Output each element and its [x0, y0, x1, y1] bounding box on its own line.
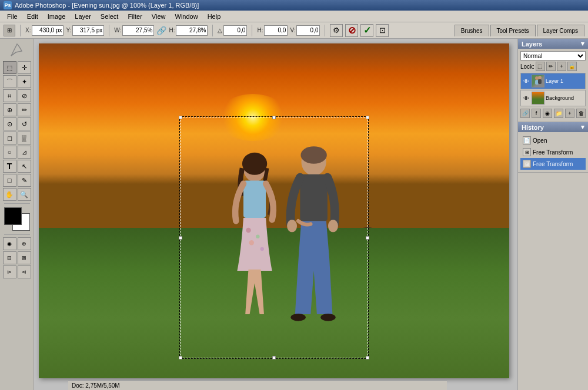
history-brush-btn[interactable]: ↺: [18, 117, 31, 130]
x-input[interactable]: [32, 25, 64, 36]
h-field-group: H:: [169, 25, 208, 36]
notes-btn[interactable]: ✎: [18, 174, 31, 187]
menu-view[interactable]: View: [147, 12, 171, 21]
status-text: Doc: 2,75M/5,50M: [72, 382, 120, 389]
brushes-tab[interactable]: Brushes: [455, 25, 489, 36]
gradient-btn[interactable]: ▒: [18, 132, 31, 144]
link-icon[interactable]: 🔗: [156, 26, 166, 35]
lasso-btn[interactable]: ⌒: [3, 75, 16, 88]
separator-4: [252, 25, 252, 36]
new-layer-btn[interactable]: +: [565, 109, 574, 118]
quick-mask-btn[interactable]: ⊛: [18, 237, 31, 250]
menu-image[interactable]: Image: [43, 12, 71, 21]
healing-brush-btn[interactable]: ⊕: [3, 103, 16, 116]
eraser-btn[interactable]: ◻: [3, 132, 16, 144]
new-group-btn[interactable]: 📁: [554, 109, 563, 118]
path-selection-btn[interactable]: ↖: [18, 160, 31, 173]
menu-file[interactable]: File: [2, 12, 22, 21]
type-btn[interactable]: T: [3, 160, 16, 173]
h-input[interactable]: [176, 25, 208, 36]
toolbar-sep-2: [4, 234, 30, 235]
layer-item-background[interactable]: 👁 Background: [520, 90, 586, 106]
lock-transparency-btn[interactable]: ⬚: [536, 62, 545, 71]
photo-canvas: [39, 43, 509, 378]
slice-btn[interactable]: ⊘: [18, 89, 31, 102]
h2-input[interactable]: [264, 25, 288, 36]
open-history-icon: 📄: [523, 136, 531, 144]
color-swatches[interactable]: [4, 207, 30, 231]
foreground-color-swatch[interactable]: [4, 207, 22, 225]
separator-3: [212, 25, 213, 36]
tool-row-7: ○ ⊿: [3, 146, 31, 159]
rectangular-marquee-btn[interactable]: ⬚: [3, 61, 16, 74]
svg-point-12: [290, 314, 305, 321]
layers-panel-header[interactable]: Layers ▾: [518, 39, 588, 49]
lock-position-btn[interactable]: +: [557, 62, 566, 71]
blend-mode-select[interactable]: Normal Dissolve Darken Multiply: [520, 51, 586, 60]
background-visibility[interactable]: 👁: [522, 94, 530, 102]
magic-wand-btn[interactable]: ✦: [18, 75, 31, 88]
title-bar: Ps Adobe Photoshop - [Evening sun.jpg @ …: [0, 0, 588, 11]
brush-btn[interactable]: ✏: [18, 103, 31, 116]
layer-item-1[interactable]: 👁 Layer 1: [520, 73, 586, 89]
v-label: V:: [290, 27, 295, 33]
h2-field-group: H:: [257, 25, 288, 36]
history-item-transform-1[interactable]: ⊞ Free Transform: [520, 146, 586, 158]
layer-comps-tab[interactable]: Layer Comps: [537, 25, 584, 36]
cancel-transform-btn[interactable]: ⊘: [345, 24, 358, 37]
extra-tool-1[interactable]: ⊳: [3, 265, 16, 278]
angle-input[interactable]: [223, 25, 247, 36]
menu-select[interactable]: Select: [96, 12, 123, 21]
link-layers-btn[interactable]: 🔗: [520, 109, 530, 118]
tool-row-3: ⌗ ⊘: [3, 89, 31, 102]
delete-layer-btn[interactable]: 🗑: [576, 109, 586, 118]
history-panel-header[interactable]: History ▾: [518, 122, 588, 132]
standard-mode-btn[interactable]: ◉: [3, 237, 16, 250]
tool-presets-tab[interactable]: Tool Presets: [490, 25, 536, 36]
add-style-btn[interactable]: f: [532, 109, 541, 118]
x-label: X:: [25, 27, 31, 33]
clone-stamp-btn[interactable]: ⊙: [3, 117, 16, 130]
pen-btn[interactable]: ⊿: [18, 146, 31, 159]
y-label: Y:: [66, 27, 71, 33]
hand-btn[interactable]: ✋: [3, 188, 16, 201]
layer-1-thumb: [532, 75, 544, 88]
tool-row-1: ⬚ ✛: [3, 61, 31, 74]
layer-1-visibility[interactable]: 👁: [522, 77, 530, 85]
svg-point-6: [260, 247, 264, 251]
menu-window[interactable]: Window: [171, 12, 203, 21]
shape-btn[interactable]: □: [3, 174, 16, 187]
history-item-open[interactable]: 📄 Open: [520, 135, 586, 146]
w-input[interactable]: [122, 25, 154, 36]
full-screen-btn[interactable]: ⊠: [18, 251, 31, 264]
add-mask-btn[interactable]: ◉: [543, 109, 552, 118]
dodge-btn[interactable]: ○: [3, 146, 16, 159]
transform-options-btn[interactable]: ⚙: [330, 24, 343, 37]
move-tool-btn[interactable]: ✛: [18, 61, 31, 74]
v-field-group: V:: [290, 25, 320, 36]
v-input[interactable]: [296, 25, 320, 36]
svg-point-13: [320, 314, 335, 321]
toolbar: ⬚ ✛ ⌒ ✦ ⌗ ⊘ ⊕ ✏ ⊙ ↺ ◻ ▒ ○ ⊿ T ↖: [0, 39, 34, 390]
menu-help[interactable]: Help: [203, 12, 226, 21]
screen-mode-btn[interactable]: ⊟: [3, 251, 16, 264]
y-input[interactable]: [72, 25, 104, 36]
tool-row-5: ⊙ ↺: [3, 117, 31, 130]
tool-row-4: ⊕ ✏: [3, 103, 31, 116]
panel-tabs: Brushes Tool Presets Layer Comps: [455, 25, 584, 36]
lock-all-btn[interactable]: 🔒: [567, 62, 577, 71]
menu-filter[interactable]: Filter: [123, 12, 146, 21]
extra-btn[interactable]: ⊡: [376, 24, 389, 37]
canvas-container: [39, 43, 509, 378]
crop-btn[interactable]: ⌗: [3, 89, 16, 102]
extra-tool-2[interactable]: ⊲: [18, 265, 31, 278]
commit-transform-btn[interactable]: ✓: [360, 24, 373, 37]
menu-edit[interactable]: Edit: [22, 12, 43, 21]
view-row: ⊟ ⊠: [3, 251, 31, 264]
history-item-transform-2[interactable]: ⊞ Free Transform: [520, 158, 586, 170]
menu-layer[interactable]: Layer: [70, 12, 96, 21]
lock-paint-btn[interactable]: ✏: [546, 62, 556, 71]
zoom-btn[interactable]: 🔍: [18, 188, 31, 201]
title-text: Adobe Photoshop - [Evening sun.jpg @ 100…: [15, 2, 199, 9]
history-panel-content: 📄 Open ⊞ Free Transform ⊞ Free Transform: [518, 132, 588, 172]
